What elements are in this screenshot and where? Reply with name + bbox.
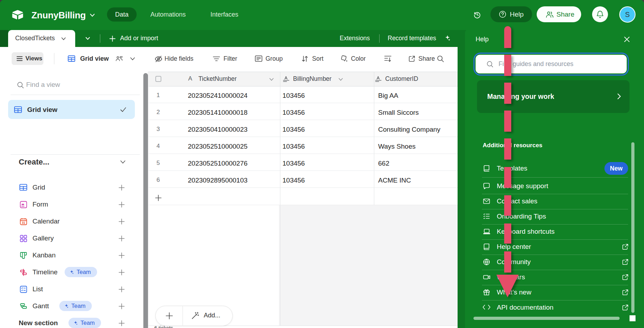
svg-text:31: 31	[22, 221, 25, 225]
